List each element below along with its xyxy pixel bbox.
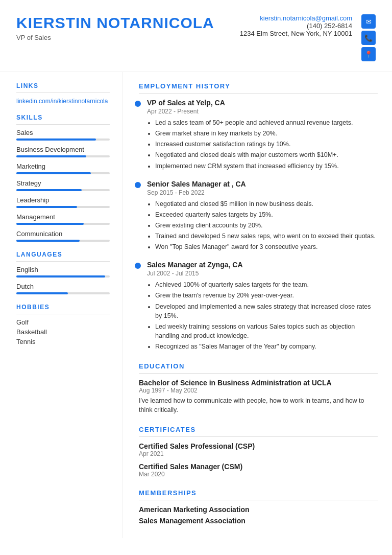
job-title: Senior Sales Manager at , CA — [147, 180, 378, 188]
email-link[interactable]: kierstin.notarnicola@gmail.com — [260, 14, 352, 22]
employment-section-title: EMPLOYMENT HISTORY — [139, 82, 378, 94]
job-bullets: Achieved 100% of quarterly sales targets… — [147, 280, 378, 351]
cert-date: Apr 2021 — [139, 450, 378, 457]
skill-bar-fill — [16, 172, 91, 174]
contact-details: kierstin.notarnicola@gmail.com (140) 252… — [240, 14, 352, 37]
employment-list: VP of Sales at Yelp, CA Apr 2022 - Prese… — [139, 99, 378, 351]
membership-entry: Sales Management Association — [139, 517, 378, 525]
membership-entry: American Marketing Association — [139, 505, 378, 514]
job-date: Sep 2015 - Feb 2022 — [147, 189, 378, 196]
contact-icons: ✉ 📞 📍 — [357, 14, 376, 61]
skill-name: Strategy — [16, 179, 110, 187]
memberships-list: American Marketing AssociationSales Mana… — [139, 505, 378, 525]
cert-title: Certified Sales Manager (CSM) — [139, 462, 378, 471]
header-contact-block: kierstin.notarnicola@gmail.com (140) 252… — [240, 14, 376, 61]
job-bullet: Trained and developed 5 new sales reps, … — [155, 232, 378, 241]
hobbies-section-title: HOBBIES — [16, 304, 110, 314]
candidate-name: KIERSTIN NOTARNICOLA — [16, 14, 214, 32]
candidate-title: VP of Sales — [16, 34, 214, 41]
edu-date: Aug 1997 - May 2002 — [139, 387, 378, 394]
language-bar-fill — [16, 275, 105, 278]
skill-bar-fill — [16, 155, 86, 157]
language-item: English — [16, 266, 110, 278]
job-bullets: Negotiated and closed $5 million in new … — [147, 199, 378, 252]
language-name: English — [16, 266, 110, 273]
skill-name: Sales — [16, 129, 110, 136]
cert-date: Mar 2020 — [139, 471, 378, 478]
skill-bar-bg — [16, 223, 110, 225]
skill-bar-fill — [16, 223, 84, 225]
job-bullet: Grew the team's revenue by 20% year-over… — [155, 291, 378, 300]
memberships-section-title: MEMBERSHIPS — [139, 489, 378, 500]
job-bullet: Grew market share in key markets by 20%. — [155, 129, 378, 138]
skill-bar-fill — [16, 138, 96, 141]
skill-item: Marketing — [16, 163, 110, 174]
right-panel: EMPLOYMENT HISTORY VP of Sales at Yelp, … — [122, 72, 392, 538]
linkedin-link-item[interactable]: linkedin.com/in/kierstinnotarnicola — [16, 97, 110, 105]
education-section-title: EDUCATION — [139, 362, 378, 374]
job-bullet: Negotiated and closed $5 million in new … — [155, 199, 378, 209]
skill-bar-bg — [16, 138, 110, 141]
languages-list: English Dutch — [16, 266, 110, 294]
job-dot — [135, 182, 141, 188]
education-entry: Bachelor of Science in Business Administ… — [139, 379, 378, 414]
job-title: Sales Manager at Zynga, CA — [147, 261, 378, 269]
job-bullet: Exceeded quarterly sales targets by 15%. — [155, 210, 378, 219]
job-bullet: Recognized as "Sales Manager of the Year… — [155, 342, 378, 351]
links-section-title: LINKS — [16, 82, 110, 93]
hobby-item: Tennis — [16, 338, 110, 345]
job-bullets: Led a sales team of 50+ people and achie… — [147, 118, 378, 171]
linkedin-link[interactable]: linkedin.com/in/kierstinnotarnicola — [16, 98, 108, 105]
skill-item: Leadership — [16, 196, 110, 208]
resume-header: KIERSTIN NOTARNICOLA VP of Sales kiersti… — [0, 0, 392, 72]
skill-bar-fill — [16, 189, 82, 191]
cert-title: Certified Sales Professional (CSP) — [139, 442, 378, 450]
skill-bar-bg — [16, 240, 110, 242]
phone-icon: 📞 — [361, 31, 376, 45]
job-bullet: Grew existing client accounts by 20%. — [155, 221, 378, 230]
phone-number: (140) 252-6814 — [240, 22, 352, 30]
skill-bar-fill — [16, 206, 77, 208]
skill-item: Sales — [16, 129, 110, 141]
skill-name: Leadership — [16, 196, 110, 204]
language-bar-bg — [16, 275, 110, 278]
skill-name: Business Development — [16, 146, 110, 153]
skills-list: Sales Business Development Marketing Str… — [16, 129, 110, 242]
edu-title: Bachelor of Science in Business Administ… — [139, 379, 378, 387]
job-bullet: Implemented new CRM system that increase… — [155, 161, 378, 171]
header-name-block: KIERSTIN NOTARNICOLA VP of Sales — [16, 14, 214, 41]
languages-section-title: LANGUAGES — [16, 251, 110, 262]
email-icon: ✉ — [361, 14, 376, 29]
skills-section-title: SKILLS — [16, 114, 110, 125]
education-list: Bachelor of Science in Business Administ… — [139, 379, 378, 414]
job-entry: Sales Manager at Zynga, CA Jul 2002 - Ju… — [139, 261, 378, 351]
certificate-entry: Certified Sales Professional (CSP) Apr 2… — [139, 442, 378, 457]
edu-description: I've learned how to communicate with peo… — [139, 396, 378, 414]
skill-bar-bg — [16, 206, 110, 208]
location-icon: 📍 — [361, 47, 376, 61]
address-text: 1234 Elm Street, New York, NY 10001 — [240, 30, 352, 37]
skill-name: Management — [16, 213, 110, 221]
language-name: Dutch — [16, 283, 110, 290]
skill-bar-fill — [16, 240, 80, 242]
skill-item: Management — [16, 213, 110, 225]
job-bullet: Increased customer satisfaction ratings … — [155, 140, 378, 149]
sidebar: LINKS linkedin.com/in/kierstinnotarnicol… — [0, 72, 122, 538]
hobbies-list: GolfBasketballTennis — [16, 318, 110, 345]
job-bullet: Led a sales team of 50+ people and achie… — [155, 118, 378, 127]
language-bar-bg — [16, 292, 110, 294]
job-bullet: Achieved 100% of quarterly sales targets… — [155, 280, 378, 289]
main-layout: LINKS linkedin.com/in/kierstinnotarnicol… — [0, 72, 392, 538]
job-bullet: Won "Top Sales Manager" award for 3 cons… — [155, 242, 378, 251]
language-bar-fill — [16, 292, 68, 294]
language-item: Dutch — [16, 283, 110, 294]
hobby-item: Golf — [16, 318, 110, 326]
job-dot — [135, 263, 141, 269]
certificates-list: Certified Sales Professional (CSP) Apr 2… — [139, 442, 378, 478]
job-bullet: Led weekly training sessions on various … — [155, 322, 378, 340]
skill-item: Strategy — [16, 179, 110, 191]
job-bullet: Developed and implemented a new sales st… — [155, 302, 378, 320]
skill-name: Communication — [16, 230, 110, 238]
skill-bar-bg — [16, 155, 110, 157]
skill-item: Communication — [16, 230, 110, 242]
